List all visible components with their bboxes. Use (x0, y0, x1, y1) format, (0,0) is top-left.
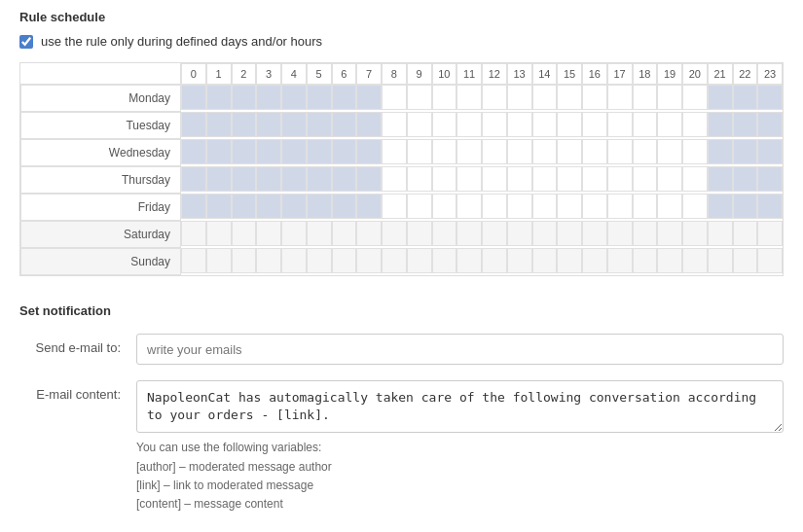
grid-cell-saturday-h17[interactable] (607, 221, 633, 246)
grid-cell-sunday-h13[interactable] (507, 248, 532, 273)
grid-cell-saturday-h23[interactable] (757, 221, 783, 246)
schedule-checkbox[interactable] (19, 35, 33, 49)
grid-cell-sunday-h6[interactable] (332, 248, 357, 273)
grid-cell-monday-h0[interactable] (181, 85, 206, 110)
grid-cell-friday-h16[interactable] (582, 194, 607, 219)
grid-cell-saturday-h9[interactable] (407, 221, 432, 246)
grid-cell-monday-h21[interactable] (708, 85, 733, 110)
grid-cell-monday-h7[interactable] (356, 85, 382, 110)
grid-cell-thursday-h20[interactable] (682, 166, 708, 192)
grid-cell-tuesday-h10[interactable] (432, 112, 457, 137)
grid-cell-friday-h2[interactable] (232, 194, 257, 219)
grid-cell-tuesday-h23[interactable] (757, 112, 783, 137)
grid-cell-wednesday-h5[interactable] (307, 139, 332, 164)
grid-cell-thursday-h17[interactable] (607, 166, 633, 192)
grid-cell-tuesday-h19[interactable] (657, 112, 682, 137)
grid-cell-wednesday-h11[interactable] (456, 139, 482, 164)
grid-cell-monday-h5[interactable] (307, 85, 332, 110)
grid-cell-saturday-h4[interactable] (281, 221, 307, 246)
grid-cell-wednesday-h22[interactable] (733, 139, 758, 164)
grid-cell-sunday-h18[interactable] (633, 248, 658, 273)
grid-cell-thursday-h4[interactable] (281, 166, 307, 192)
grid-cell-wednesday-h0[interactable] (181, 139, 206, 164)
grid-cell-saturday-h21[interactable] (708, 221, 733, 246)
grid-cell-saturday-h12[interactable] (482, 221, 507, 246)
grid-cell-friday-h3[interactable] (256, 194, 281, 219)
grid-cell-tuesday-h6[interactable] (332, 112, 357, 137)
grid-cell-saturday-h22[interactable] (733, 221, 758, 246)
grid-cell-wednesday-h10[interactable] (432, 139, 457, 164)
grid-cell-thursday-h12[interactable] (482, 166, 507, 192)
grid-cell-monday-h16[interactable] (582, 85, 607, 110)
grid-cell-wednesday-h6[interactable] (332, 139, 357, 164)
grid-cell-friday-h20[interactable] (682, 194, 708, 219)
grid-cell-friday-h15[interactable] (557, 194, 582, 219)
grid-cell-monday-h9[interactable] (407, 85, 432, 110)
grid-cell-tuesday-h5[interactable] (307, 112, 332, 137)
grid-cell-friday-h21[interactable] (708, 194, 733, 219)
grid-cell-monday-h6[interactable] (332, 85, 357, 110)
grid-cell-sunday-h0[interactable] (181, 248, 206, 273)
grid-cell-friday-h6[interactable] (332, 194, 357, 219)
grid-cell-thursday-h8[interactable] (382, 166, 407, 192)
grid-cell-wednesday-h12[interactable] (482, 139, 507, 164)
grid-cell-tuesday-h3[interactable] (256, 112, 281, 137)
grid-cell-thursday-h1[interactable] (206, 166, 232, 192)
grid-cell-sunday-h9[interactable] (407, 248, 432, 273)
grid-cell-thursday-h10[interactable] (432, 166, 457, 192)
grid-cell-tuesday-h14[interactable] (532, 112, 558, 137)
grid-cell-tuesday-h16[interactable] (582, 112, 607, 137)
grid-cell-thursday-h5[interactable] (307, 166, 332, 192)
grid-cell-friday-h12[interactable] (482, 194, 507, 219)
grid-cell-thursday-h6[interactable] (332, 166, 357, 192)
grid-cell-sunday-h4[interactable] (281, 248, 307, 273)
grid-cell-sunday-h15[interactable] (557, 248, 582, 273)
grid-cell-monday-h8[interactable] (382, 85, 407, 110)
grid-cell-tuesday-h8[interactable] (382, 112, 407, 137)
grid-cell-friday-h11[interactable] (456, 194, 482, 219)
grid-cell-wednesday-h4[interactable] (281, 139, 307, 164)
grid-cell-sunday-h10[interactable] (432, 248, 457, 273)
grid-cell-thursday-h18[interactable] (633, 166, 658, 192)
grid-cell-monday-h2[interactable] (232, 85, 257, 110)
grid-cell-saturday-h11[interactable] (456, 221, 482, 246)
grid-cell-monday-h13[interactable] (507, 85, 532, 110)
grid-cell-monday-h20[interactable] (682, 85, 708, 110)
grid-cell-sunday-h19[interactable] (657, 248, 682, 273)
grid-cell-thursday-h23[interactable] (757, 166, 783, 192)
grid-cell-tuesday-h12[interactable] (482, 112, 507, 137)
grid-cell-thursday-h11[interactable] (456, 166, 482, 192)
grid-cell-saturday-h16[interactable] (582, 221, 607, 246)
grid-cell-monday-h15[interactable] (557, 85, 582, 110)
grid-cell-friday-h9[interactable] (407, 194, 432, 219)
grid-cell-monday-h12[interactable] (482, 85, 507, 110)
grid-cell-saturday-h6[interactable] (332, 221, 357, 246)
grid-cell-sunday-h14[interactable] (532, 248, 558, 273)
grid-cell-tuesday-h0[interactable] (181, 112, 206, 137)
grid-cell-saturday-h0[interactable] (181, 221, 206, 246)
grid-cell-friday-h14[interactable] (532, 194, 558, 219)
grid-cell-wednesday-h15[interactable] (557, 139, 582, 164)
grid-cell-sunday-h11[interactable] (456, 248, 482, 273)
grid-cell-thursday-h13[interactable] (507, 166, 532, 192)
grid-cell-tuesday-h1[interactable] (206, 112, 232, 137)
grid-cell-wednesday-h7[interactable] (356, 139, 382, 164)
grid-cell-thursday-h0[interactable] (181, 166, 206, 192)
grid-cell-saturday-h15[interactable] (557, 221, 582, 246)
grid-cell-tuesday-h11[interactable] (456, 112, 482, 137)
grid-cell-sunday-h5[interactable] (307, 248, 332, 273)
grid-cell-wednesday-h3[interactable] (256, 139, 281, 164)
grid-cell-tuesday-h9[interactable] (407, 112, 432, 137)
grid-cell-thursday-h14[interactable] (532, 166, 558, 192)
grid-cell-saturday-h14[interactable] (532, 221, 558, 246)
grid-cell-saturday-h8[interactable] (382, 221, 407, 246)
grid-cell-sunday-h20[interactable] (682, 248, 708, 273)
grid-cell-friday-h19[interactable] (657, 194, 682, 219)
grid-cell-saturday-h18[interactable] (633, 221, 658, 246)
grid-cell-friday-h23[interactable] (757, 194, 783, 219)
grid-cell-friday-h10[interactable] (432, 194, 457, 219)
grid-cell-monday-h22[interactable] (733, 85, 758, 110)
grid-cell-tuesday-h4[interactable] (281, 112, 307, 137)
grid-cell-wednesday-h13[interactable] (507, 139, 532, 164)
grid-cell-wednesday-h16[interactable] (582, 139, 607, 164)
